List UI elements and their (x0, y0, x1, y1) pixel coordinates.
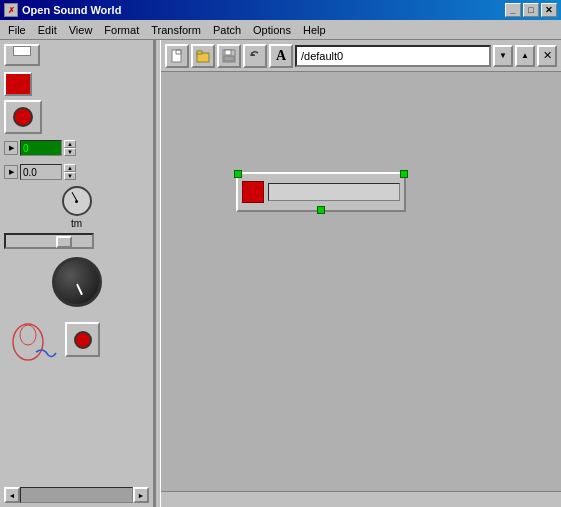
widget-red-square (242, 181, 264, 203)
camera-button[interactable] (4, 100, 42, 134)
float-spinner-down[interactable]: ▼ (64, 172, 76, 180)
app-icon: ✗ (4, 3, 18, 17)
int-input-row: ▶ 0 ▲ ▼ (4, 138, 149, 158)
red-block (4, 72, 32, 96)
main-layout: ▶ 0 ▲ ▼ ▶ 0.0 ▲ ▼ tm (0, 40, 561, 507)
canvas-toolbar: A ▼ ▲ ✕ (161, 40, 561, 72)
clock-label: tm (71, 218, 82, 229)
new-icon (170, 49, 184, 63)
camera-lens (13, 107, 33, 127)
path-input[interactable] (295, 45, 491, 67)
left-scrollbar: ◄ ► (4, 487, 149, 503)
eye-icon (74, 331, 92, 349)
minimize-button[interactable]: _ (505, 3, 521, 17)
text-tool-button[interactable]: A (269, 44, 293, 68)
knob-area (4, 253, 149, 311)
path-close-button[interactable]: ✕ (537, 45, 557, 67)
clock-area: tm (4, 186, 149, 229)
menu-transform[interactable]: Transform (145, 22, 207, 38)
menu-bar: File Edit View Format Transform Patch Op… (0, 20, 561, 40)
float-input-row: ▶ 0.0 ▲ ▼ (4, 162, 149, 182)
close-button[interactable]: ✕ (541, 3, 557, 17)
right-panel-bottom (161, 491, 561, 507)
eye-icon-box[interactable] (65, 322, 100, 357)
menu-help[interactable]: Help (297, 22, 332, 38)
right-panel: A ▼ ▲ ✕ (161, 40, 561, 507)
squiggle-svg (6, 317, 61, 362)
widget-body (236, 172, 406, 212)
widget-bar (268, 183, 400, 201)
svg-point-0 (13, 324, 43, 360)
scroll-right-button[interactable]: ► (133, 487, 149, 503)
svg-rect-9 (224, 56, 234, 61)
menu-file[interactable]: File (2, 22, 32, 38)
menu-view[interactable]: View (63, 22, 99, 38)
save-button[interactable] (217, 44, 241, 68)
open-button[interactable] (191, 44, 215, 68)
slider-area (4, 233, 149, 249)
float-input[interactable]: 0.0 (20, 164, 62, 180)
knob[interactable] (52, 257, 102, 307)
horizontal-slider[interactable] (4, 233, 94, 249)
play-button-float[interactable]: ▶ (4, 165, 18, 179)
save-icon (222, 49, 236, 63)
int-spinner: ▲ ▼ (64, 140, 76, 156)
canvas-area[interactable] (161, 72, 561, 491)
svg-point-1 (20, 325, 36, 345)
menu-options[interactable]: Options (247, 22, 297, 38)
bottom-icons-area (4, 315, 149, 364)
maximize-button[interactable]: □ (523, 3, 539, 17)
int-input[interactable]: 0 (20, 140, 62, 156)
svg-rect-6 (197, 51, 202, 54)
left-panel: ▶ 0 ▲ ▼ ▶ 0.0 ▲ ▼ tm (0, 40, 155, 507)
scroll-left-button[interactable]: ◄ (4, 487, 20, 503)
menu-patch[interactable]: Patch (207, 22, 247, 38)
canvas-widget[interactable] (236, 172, 406, 212)
path-up-button[interactable]: ▲ (515, 45, 535, 67)
spinner-up[interactable]: ▲ (64, 140, 76, 148)
spinner-down[interactable]: ▼ (64, 148, 76, 156)
new-button[interactable] (165, 44, 189, 68)
play-button-int[interactable]: ▶ (4, 141, 18, 155)
window-controls: _ □ ✕ (505, 3, 557, 17)
window-title: Open Sound World (22, 4, 505, 16)
undo-icon (248, 49, 262, 63)
svg-rect-8 (225, 50, 231, 55)
menu-edit[interactable]: Edit (32, 22, 63, 38)
connection-dot-topleft[interactable] (234, 170, 242, 178)
scroll-track[interactable] (20, 487, 133, 503)
open-icon (196, 49, 210, 63)
connection-dot-bottom[interactable] (317, 206, 325, 214)
clock-hand (71, 192, 77, 201)
title-bar: ✗ Open Sound World _ □ ✕ (0, 0, 561, 20)
squiggle-area (6, 317, 61, 362)
connection-dot-topright[interactable] (400, 170, 408, 178)
float-spinner: ▲ ▼ (64, 164, 76, 180)
small-tool-btn-1[interactable] (4, 44, 40, 66)
slider-thumb[interactable] (56, 236, 72, 248)
knob-marker (76, 284, 83, 296)
menu-format[interactable]: Format (98, 22, 145, 38)
path-dropdown-button[interactable]: ▼ (493, 45, 513, 67)
undo-button[interactable] (243, 44, 267, 68)
clock-icon (62, 186, 92, 216)
float-spinner-up[interactable]: ▲ (64, 164, 76, 172)
